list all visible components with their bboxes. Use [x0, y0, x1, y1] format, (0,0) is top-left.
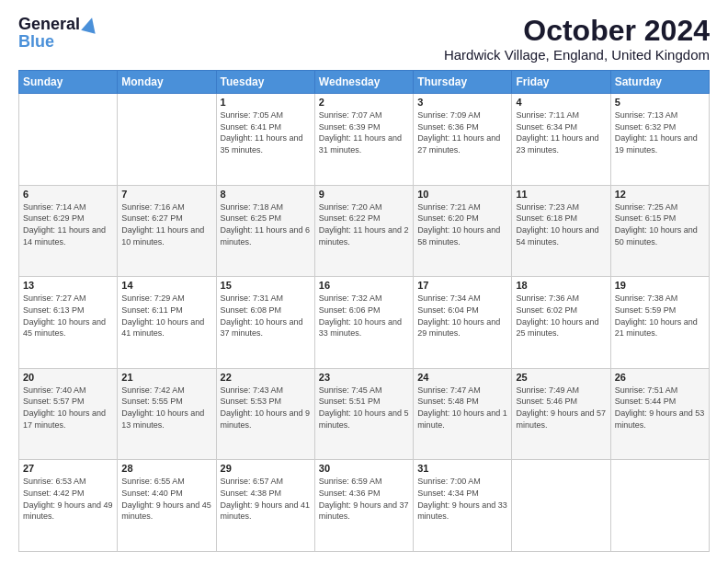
day-number: 24: [417, 372, 507, 383]
day-number: 3: [417, 97, 507, 108]
title-block: October 2024 Hardwick Village, England, …: [444, 15, 710, 63]
calendar-title: October 2024: [444, 15, 710, 47]
day-info: Sunrise: 7:49 AM Sunset: 5:46 PM Dayligh…: [516, 385, 606, 431]
calendar-cell: 5Sunrise: 7:13 AM Sunset: 6:32 PM Daylig…: [610, 94, 709, 186]
calendar-cell: 23Sunrise: 7:45 AM Sunset: 5:51 PM Dayli…: [314, 368, 413, 460]
day-number: 5: [615, 97, 705, 108]
calendar-cell: 4Sunrise: 7:11 AM Sunset: 6:34 PM Daylig…: [512, 94, 610, 186]
calendar-cell: 10Sunrise: 7:21 AM Sunset: 6:20 PM Dayli…: [414, 185, 512, 277]
col-wednesday: Wednesday: [314, 71, 413, 94]
day-number: 12: [615, 189, 705, 200]
day-info: Sunrise: 7:21 AM Sunset: 6:20 PM Dayligh…: [417, 201, 507, 247]
calendar-cell: 6Sunrise: 7:14 AM Sunset: 6:29 PM Daylig…: [19, 185, 118, 277]
day-number: 22: [221, 372, 311, 383]
day-info: Sunrise: 7:25 AM Sunset: 6:15 PM Dayligh…: [615, 201, 705, 247]
col-monday: Monday: [118, 71, 216, 94]
col-thursday: Thursday: [414, 71, 512, 94]
day-info: Sunrise: 6:53 AM Sunset: 4:42 PM Dayligh…: [23, 476, 113, 522]
day-info: Sunrise: 7:47 AM Sunset: 5:48 PM Dayligh…: [417, 385, 507, 431]
calendar-cell: 29Sunrise: 6:57 AM Sunset: 4:38 PM Dayli…: [216, 460, 314, 552]
day-info: Sunrise: 7:36 AM Sunset: 6:02 PM Dayligh…: [516, 293, 606, 339]
calendar-cell: 2Sunrise: 7:07 AM Sunset: 6:39 PM Daylig…: [314, 94, 413, 186]
calendar-cell: 15Sunrise: 7:31 AM Sunset: 6:08 PM Dayli…: [216, 277, 314, 369]
logo: General Blue: [18, 15, 97, 52]
day-info: Sunrise: 7:07 AM Sunset: 6:39 PM Dayligh…: [319, 109, 409, 155]
calendar-cell: 18Sunrise: 7:36 AM Sunset: 6:02 PM Dayli…: [512, 277, 610, 369]
day-info: Sunrise: 7:11 AM Sunset: 6:34 PM Dayligh…: [516, 109, 606, 155]
calendar-cell: 11Sunrise: 7:23 AM Sunset: 6:18 PM Dayli…: [512, 185, 610, 277]
day-number: 25: [516, 372, 606, 383]
day-info: Sunrise: 7:51 AM Sunset: 5:44 PM Dayligh…: [615, 385, 705, 431]
calendar-cell: 19Sunrise: 7:38 AM Sunset: 5:59 PM Dayli…: [610, 277, 709, 369]
header: General Blue October 2024 Hardwick Villa…: [18, 15, 710, 63]
day-number: 20: [23, 372, 113, 383]
day-number: 23: [319, 372, 409, 383]
day-info: Sunrise: 7:45 AM Sunset: 5:51 PM Dayligh…: [319, 385, 409, 431]
day-number: 2: [319, 97, 409, 108]
logo-general: General: [18, 15, 80, 34]
calendar-cell: 20Sunrise: 7:40 AM Sunset: 5:57 PM Dayli…: [19, 368, 118, 460]
calendar-cell: 1Sunrise: 7:05 AM Sunset: 6:41 PM Daylig…: [216, 94, 314, 186]
day-info: Sunrise: 7:05 AM Sunset: 6:41 PM Dayligh…: [221, 109, 311, 155]
calendar-cell: 25Sunrise: 7:49 AM Sunset: 5:46 PM Dayli…: [512, 368, 610, 460]
day-info: Sunrise: 7:34 AM Sunset: 6:04 PM Dayligh…: [417, 293, 507, 339]
day-number: 6: [23, 189, 113, 200]
day-number: 28: [121, 463, 211, 474]
calendar-cell: 24Sunrise: 7:47 AM Sunset: 5:48 PM Dayli…: [414, 368, 512, 460]
day-info: Sunrise: 7:16 AM Sunset: 6:27 PM Dayligh…: [121, 201, 211, 247]
day-info: Sunrise: 7:38 AM Sunset: 5:59 PM Dayligh…: [615, 293, 705, 339]
day-info: Sunrise: 7:23 AM Sunset: 6:18 PM Dayligh…: [516, 201, 606, 247]
calendar-week-row: 13Sunrise: 7:27 AM Sunset: 6:13 PM Dayli…: [19, 277, 710, 369]
day-number: 13: [23, 280, 113, 291]
calendar-cell: 16Sunrise: 7:32 AM Sunset: 6:06 PM Dayli…: [314, 277, 413, 369]
calendar-cell: 13Sunrise: 7:27 AM Sunset: 6:13 PM Dayli…: [19, 277, 118, 369]
day-number: 19: [615, 280, 705, 291]
calendar-table: Sunday Monday Tuesday Wednesday Thursday…: [18, 70, 710, 552]
col-friday: Friday: [512, 71, 610, 94]
day-number: 4: [516, 97, 606, 108]
calendar-cell: 30Sunrise: 6:59 AM Sunset: 4:36 PM Dayli…: [314, 460, 413, 552]
day-info: Sunrise: 7:27 AM Sunset: 6:13 PM Dayligh…: [23, 293, 113, 339]
day-info: Sunrise: 6:57 AM Sunset: 4:38 PM Dayligh…: [221, 476, 311, 522]
calendar-header-row: Sunday Monday Tuesday Wednesday Thursday…: [19, 71, 710, 94]
calendar-cell: 9Sunrise: 7:20 AM Sunset: 6:22 PM Daylig…: [314, 185, 413, 277]
calendar-subtitle: Hardwick Village, England, United Kingdo…: [444, 47, 710, 63]
calendar-cell: 26Sunrise: 7:51 AM Sunset: 5:44 PM Dayli…: [610, 368, 709, 460]
day-number: 30: [319, 463, 409, 474]
day-number: 17: [417, 280, 507, 291]
day-info: Sunrise: 6:55 AM Sunset: 4:40 PM Dayligh…: [121, 476, 211, 522]
day-number: 10: [417, 189, 507, 200]
page: General Blue October 2024 Hardwick Villa…: [0, 0, 728, 563]
calendar-cell: 3Sunrise: 7:09 AM Sunset: 6:36 PM Daylig…: [414, 94, 512, 186]
calendar-week-row: 27Sunrise: 6:53 AM Sunset: 4:42 PM Dayli…: [19, 460, 710, 552]
day-number: 26: [615, 372, 705, 383]
calendar-cell: 12Sunrise: 7:25 AM Sunset: 6:15 PM Dayli…: [610, 185, 709, 277]
calendar-cell: 31Sunrise: 7:00 AM Sunset: 4:34 PM Dayli…: [414, 460, 512, 552]
col-sunday: Sunday: [19, 71, 118, 94]
day-info: Sunrise: 7:00 AM Sunset: 4:34 PM Dayligh…: [417, 476, 507, 522]
day-info: Sunrise: 7:18 AM Sunset: 6:25 PM Dayligh…: [221, 201, 311, 247]
calendar-cell: [19, 94, 118, 186]
day-number: 27: [23, 463, 113, 474]
calendar-cell: 14Sunrise: 7:29 AM Sunset: 6:11 PM Dayli…: [118, 277, 216, 369]
calendar-cell: 21Sunrise: 7:42 AM Sunset: 5:55 PM Dayli…: [118, 368, 216, 460]
day-info: Sunrise: 7:09 AM Sunset: 6:36 PM Dayligh…: [417, 109, 507, 155]
day-number: 21: [121, 372, 211, 383]
day-number: 29: [221, 463, 311, 474]
day-number: 14: [121, 280, 211, 291]
day-info: Sunrise: 7:43 AM Sunset: 5:53 PM Dayligh…: [221, 385, 311, 431]
day-info: Sunrise: 7:32 AM Sunset: 6:06 PM Dayligh…: [319, 293, 409, 339]
day-info: Sunrise: 7:29 AM Sunset: 6:11 PM Dayligh…: [121, 293, 211, 339]
day-info: Sunrise: 7:14 AM Sunset: 6:29 PM Dayligh…: [23, 201, 113, 247]
logo-blue: Blue: [18, 32, 54, 52]
day-info: Sunrise: 6:59 AM Sunset: 4:36 PM Dayligh…: [319, 476, 409, 522]
calendar-cell: 28Sunrise: 6:55 AM Sunset: 4:40 PM Dayli…: [118, 460, 216, 552]
day-number: 8: [221, 189, 311, 200]
day-number: 9: [319, 189, 409, 200]
col-tuesday: Tuesday: [216, 71, 314, 94]
day-info: Sunrise: 7:31 AM Sunset: 6:08 PM Dayligh…: [221, 293, 311, 339]
day-number: 16: [319, 280, 409, 291]
calendar-cell: 7Sunrise: 7:16 AM Sunset: 6:27 PM Daylig…: [118, 185, 216, 277]
day-number: 7: [121, 189, 211, 200]
calendar-cell: 17Sunrise: 7:34 AM Sunset: 6:04 PM Dayli…: [414, 277, 512, 369]
